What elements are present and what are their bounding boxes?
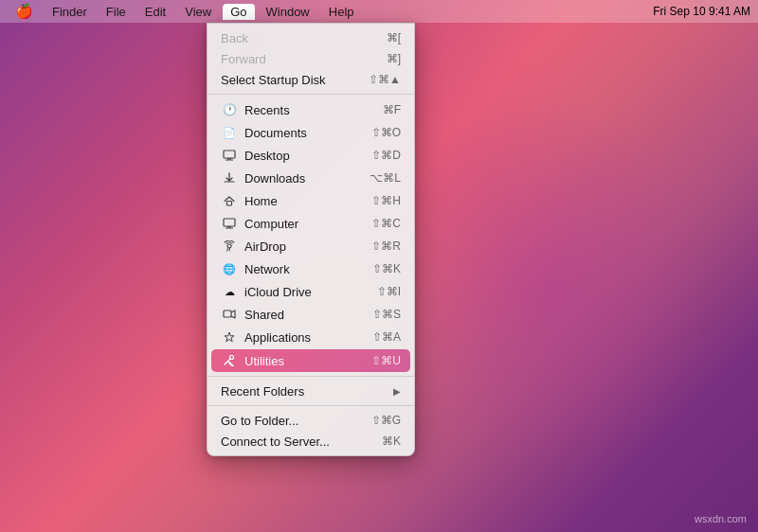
menu-item-downloads-label: Downloads bbox=[244, 171, 370, 186]
help-menu[interactable]: Help bbox=[321, 4, 362, 20]
recents-icon: 🕐 bbox=[221, 101, 238, 118]
menu-item-airdrop[interactable]: AirDrop ⇧⌘R bbox=[208, 235, 414, 257]
menu-item-desktop-label: Desktop bbox=[244, 149, 371, 163]
menu-item-recents[interactable]: 🕐 Recents ⌘F bbox=[208, 98, 414, 121]
menu-item-documents-label: Documents bbox=[244, 126, 371, 140]
menu-item-goto-folder-shortcut: ⇧⌘G bbox=[371, 414, 401, 427]
airdrop-icon bbox=[221, 238, 238, 255]
svg-rect-5 bbox=[227, 226, 231, 228]
svg-rect-8 bbox=[224, 310, 231, 317]
menu-item-startup-shortcut: ⇧⌘▲ bbox=[369, 73, 401, 86]
menu-item-recents-shortcut: ⌘F bbox=[383, 103, 401, 116]
submenu-arrow-icon: ▶ bbox=[393, 386, 401, 397]
menu-item-computer-label: Computer bbox=[244, 217, 371, 231]
menu-item-recent-folders[interactable]: Recent Folders ▶ bbox=[208, 381, 414, 401]
menu-item-network-shortcut: ⇧⌘K bbox=[372, 262, 401, 275]
menu-item-network[interactable]: 🌐 Network ⇧⌘K bbox=[208, 257, 414, 280]
separator-2 bbox=[208, 376, 414, 377]
svg-point-7 bbox=[227, 244, 231, 248]
menu-item-connect-server[interactable]: Connect to Server... ⌘K bbox=[208, 431, 414, 452]
svg-line-11 bbox=[229, 363, 233, 366]
svg-point-10 bbox=[230, 356, 234, 360]
menu-item-applications-label: Applications bbox=[244, 330, 372, 345]
menu-item-connect-server-shortcut: ⌘K bbox=[382, 434, 401, 448]
menu-item-shared-label: Shared bbox=[244, 308, 372, 322]
svg-rect-6 bbox=[226, 228, 233, 229]
shared-icon bbox=[221, 306, 238, 323]
separator-1 bbox=[208, 94, 414, 95]
menu-item-applications-shortcut: ⇧⌘A bbox=[372, 330, 401, 344]
svg-rect-1 bbox=[227, 158, 231, 160]
menu-item-icloud[interactable]: ☁ iCloud Drive ⇧⌘I bbox=[208, 280, 414, 303]
menu-item-applications[interactable]: Applications ⇧⌘A bbox=[208, 326, 414, 348]
menu-item-recents-label: Recents bbox=[244, 103, 383, 117]
menu-item-goto-folder[interactable]: Go to Folder... ⇧⌘G bbox=[208, 410, 414, 431]
svg-rect-2 bbox=[226, 160, 233, 161]
menu-item-computer[interactable]: Computer ⇧⌘C bbox=[208, 212, 414, 235]
menubar: 🍎 Finder File Edit View Go Window Help F… bbox=[0, 0, 758, 23]
menu-item-utilities-label: Utilities bbox=[244, 354, 371, 368]
menu-item-documents[interactable]: 📄 Documents ⇧⌘O bbox=[208, 121, 414, 144]
separator-3 bbox=[208, 405, 414, 406]
finder-menu[interactable]: Finder bbox=[45, 4, 95, 20]
menu-item-forward-label: Forward bbox=[221, 52, 387, 66]
menu-item-airdrop-shortcut: ⇧⌘R bbox=[371, 239, 401, 253]
menu-item-connect-server-label: Connect to Server... bbox=[221, 434, 382, 449]
menu-item-icloud-shortcut: ⇧⌘I bbox=[377, 285, 401, 298]
menubar-clock: Fri Sep 10 9:41 AM bbox=[653, 5, 750, 18]
menu-item-documents-shortcut: ⇧⌘O bbox=[371, 126, 401, 139]
file-menu[interactable]: File bbox=[99, 4, 134, 20]
view-menu[interactable]: View bbox=[177, 4, 219, 20]
menu-item-home-label: Home bbox=[244, 194, 371, 208]
menu-item-airdrop-label: AirDrop bbox=[244, 239, 371, 254]
menu-item-shared[interactable]: Shared ⇧⌘S bbox=[208, 303, 414, 326]
menu-item-back-label: Back bbox=[221, 31, 387, 45]
icloud-icon: ☁ bbox=[221, 283, 238, 300]
go-dropdown-menu: Back ⌘[ Forward ⌘] Select Startup Disk ⇧… bbox=[207, 23, 415, 456]
menu-item-goto-folder-label: Go to Folder... bbox=[221, 414, 371, 428]
menubar-right: Fri Sep 10 9:41 AM bbox=[653, 5, 750, 18]
menu-item-desktop-shortcut: ⇧⌘D bbox=[371, 149, 401, 162]
svg-rect-0 bbox=[224, 151, 235, 158]
menu-item-icloud-label: iCloud Drive bbox=[244, 285, 377, 299]
menu-item-desktop[interactable]: Desktop ⇧⌘D bbox=[208, 144, 414, 167]
menu-item-startup-label: Select Startup Disk bbox=[221, 73, 369, 87]
documents-icon: 📄 bbox=[221, 124, 238, 141]
menu-item-recent-folders-label: Recent Folders bbox=[221, 384, 393, 399]
edit-menu[interactable]: Edit bbox=[137, 4, 173, 20]
menu-item-home-shortcut: ⇧⌘H bbox=[371, 194, 401, 207]
menu-item-home[interactable]: Home ⇧⌘H bbox=[208, 189, 414, 212]
menu-item-back-shortcut: ⌘[ bbox=[387, 31, 401, 44]
utilities-icon bbox=[221, 352, 238, 369]
home-icon bbox=[221, 192, 238, 209]
window-menu[interactable]: Window bbox=[259, 4, 317, 20]
menu-item-utilities[interactable]: Utilities ⇧⌘U bbox=[211, 349, 410, 372]
desktop-icon bbox=[221, 147, 238, 164]
go-menu[interactable]: Go bbox=[223, 4, 254, 20]
downloads-icon bbox=[221, 169, 238, 186]
menu-item-computer-shortcut: ⇧⌘C bbox=[371, 217, 401, 230]
menu-item-forward-shortcut: ⌘] bbox=[387, 52, 401, 65]
menu-item-downloads-shortcut: ⌥⌘L bbox=[370, 171, 401, 185]
apple-menu-button[interactable]: 🍎 bbox=[8, 3, 41, 20]
watermark: wsxdn.com bbox=[695, 513, 747, 524]
computer-icon bbox=[221, 215, 238, 232]
menu-item-network-label: Network bbox=[244, 262, 372, 276]
applications-icon bbox=[221, 328, 238, 346]
menu-item-downloads[interactable]: Downloads ⌥⌘L bbox=[208, 167, 414, 189]
network-icon: 🌐 bbox=[221, 260, 238, 277]
svg-rect-4 bbox=[224, 219, 235, 226]
menu-item-shared-shortcut: ⇧⌘S bbox=[372, 308, 401, 321]
svg-rect-3 bbox=[227, 202, 232, 206]
menu-item-back[interactable]: Back ⌘[ bbox=[208, 27, 414, 48]
menu-item-forward[interactable]: Forward ⌘] bbox=[208, 48, 414, 69]
menu-item-utilities-shortcut: ⇧⌘U bbox=[371, 354, 401, 367]
menu-item-startup-disk[interactable]: Select Startup Disk ⇧⌘▲ bbox=[208, 69, 414, 90]
